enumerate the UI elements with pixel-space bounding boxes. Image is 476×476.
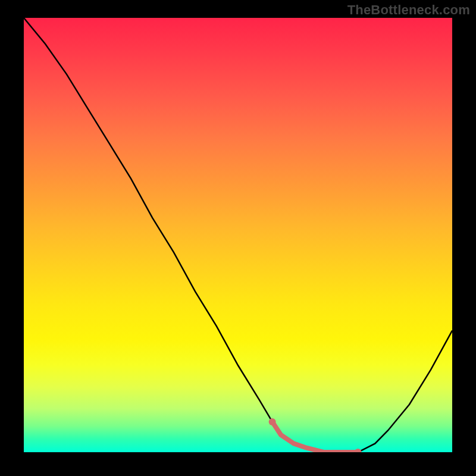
highlight-start-dot xyxy=(269,418,276,425)
highlight-end-dot xyxy=(355,449,362,452)
highlight-segment xyxy=(273,422,358,452)
curve-layer xyxy=(24,18,452,452)
main-curve xyxy=(24,18,452,452)
chart-container: TheBottleneck.com xyxy=(0,0,476,476)
watermark-label: TheBottleneck.com xyxy=(347,2,470,18)
plot-area xyxy=(24,18,452,452)
